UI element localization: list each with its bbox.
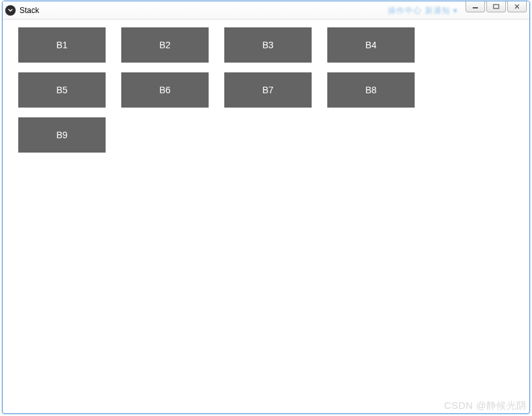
maximize-icon — [493, 4, 499, 9]
button-stack: B1 B2 B3 B4 B5 B6 B7 B8 B9 — [18, 27, 514, 153]
window-controls — [464, 1, 529, 12]
stack-button-b1[interactable]: B1 — [18, 27, 106, 63]
stack-button-b4[interactable]: B4 — [327, 27, 415, 63]
stack-button-b5[interactable]: B5 — [18, 72, 106, 108]
stack-button-b2[interactable]: B2 — [121, 27, 209, 63]
svg-rect-0 — [473, 7, 478, 8]
window-title: Stack — [20, 6, 39, 15]
background-hint: 操作中心 新通知 ▾ — [388, 5, 458, 16]
client-area: B1 B2 B3 B4 B5 B6 B7 B8 B9 — [3, 20, 529, 413]
maximize-button[interactable] — [486, 1, 506, 12]
app-window: Stack 操作中心 新通知 ▾ B1 B2 B3 B4 B5 B6 B7 B8… — [2, 1, 530, 414]
close-icon — [514, 4, 520, 9]
stack-button-b9[interactable]: B9 — [18, 117, 106, 153]
close-button[interactable] — [507, 1, 527, 12]
svg-rect-1 — [494, 5, 499, 8]
titlebar[interactable]: Stack 操作中心 新通知 ▾ — [3, 1, 529, 20]
stack-button-b3[interactable]: B3 — [224, 27, 312, 63]
stack-button-b6[interactable]: B6 — [121, 72, 209, 108]
minimize-icon — [472, 4, 479, 9]
stack-button-b8[interactable]: B8 — [327, 72, 415, 108]
minimize-button[interactable] — [466, 1, 485, 12]
stack-button-b7[interactable]: B7 — [224, 72, 312, 108]
app-icon — [5, 5, 16, 16]
